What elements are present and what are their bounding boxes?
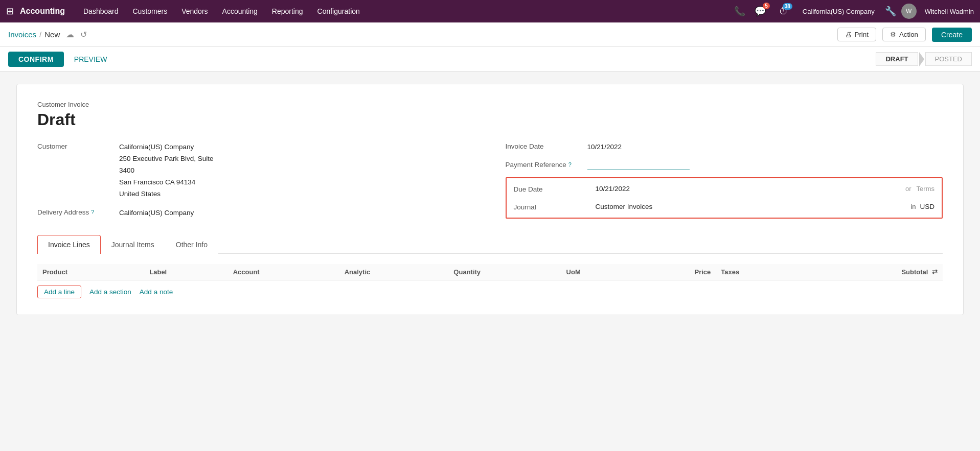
create-button[interactable]: Create (932, 28, 972, 42)
payment-ref-row: Payment Reference ? (506, 160, 943, 170)
journal-value: Customer Invoices (596, 201, 907, 212)
breadcrumb-parent[interactable]: Invoices (8, 30, 36, 39)
delivery-help-icon[interactable]: ? (91, 209, 94, 215)
phone-icon[interactable]: 📞 (734, 6, 745, 17)
add-line-button[interactable]: Add a line (37, 286, 81, 298)
customer-address-3: San Francisco CA 94134 (119, 177, 214, 188)
clock-icon[interactable]: ⏱ 38 (779, 6, 788, 17)
col-account: Account (228, 264, 339, 280)
nav-customers[interactable]: Customers (127, 0, 174, 22)
col-product: Product (37, 264, 144, 280)
print-icon: 🖨 (845, 31, 852, 38)
delivery-label: Delivery Address ? (37, 207, 119, 216)
due-date-journal-box: Due Date 10/21/2022 or Terms Journal Cus… (506, 177, 943, 219)
terms-placeholder[interactable]: Terms (917, 185, 935, 193)
refresh-icon[interactable]: ↺ (80, 30, 87, 39)
customer-row: Customer California(US) Company 250 Exec… (37, 141, 475, 200)
or-text: or (905, 185, 911, 193)
payment-ref-input[interactable] (587, 160, 690, 170)
print-button[interactable]: 🖨 Print (837, 28, 876, 41)
nav-dashboard[interactable]: Dashboard (77, 0, 125, 22)
nav-reporting[interactable]: Reporting (266, 0, 309, 22)
nav-accounting[interactable]: Accounting (216, 0, 264, 22)
table-actions: Add a line Add a section Add a note (37, 286, 943, 298)
user-avatar[interactable]: W (901, 4, 917, 19)
delivery-value: California(US) Company (119, 207, 194, 219)
tabs-bar: Invoice Lines Journal Items Other Info (37, 235, 943, 254)
payment-ref-help-icon[interactable]: ? (568, 161, 572, 168)
user-name: Witchell Wadmin (925, 8, 974, 15)
customer-address-1: 250 Executive Park Blvd, Suite (119, 153, 214, 165)
app-grid-icon[interactable]: ⊞ (6, 6, 14, 17)
due-date-value: 10/21/2022 (596, 183, 901, 195)
breadcrumb-bar: Invoices / New ☁ ↺ 🖨 Print ⚙ Action Crea… (0, 22, 980, 47)
in-text: in (910, 203, 916, 210)
customer-label: Customer (37, 141, 119, 150)
breadcrumb-actions: 🖨 Print ⚙ Action Create (837, 28, 972, 42)
delivery-row: Delivery Address ? California(US) Compan… (37, 207, 475, 219)
journal-label: Journal (514, 202, 596, 211)
main-content: Customer Invoice Draft Customer Californ… (0, 72, 980, 451)
add-section-button[interactable]: Add a section (89, 286, 131, 298)
invoice-card: Customer Invoice Draft Customer Californ… (16, 84, 964, 315)
tab-invoice-lines[interactable]: Invoice Lines (37, 235, 101, 254)
app-name[interactable]: Accounting (20, 7, 65, 16)
due-date-row: Due Date 10/21/2022 or Terms (514, 183, 935, 195)
col-price: Price (635, 264, 716, 280)
top-navigation: ⊞ Accounting Dashboard Customers Vendors… (0, 0, 980, 22)
status-draft: DRAFT (876, 52, 918, 66)
customer-address-2: 3400 (119, 165, 214, 177)
col-analytic: Analytic (339, 264, 449, 280)
clock-badge: 38 (783, 3, 792, 10)
customer-name: California(US) Company (119, 141, 214, 153)
company-name: California(US) Company (803, 8, 875, 15)
confirm-button[interactable]: CONFIRM (8, 52, 64, 67)
action-bar: CONFIRM PREVIEW DRAFT POSTED (0, 47, 980, 72)
due-date-label: Due Date (514, 184, 596, 193)
action-button[interactable]: ⚙ Action (882, 28, 926, 41)
cloud-upload-icon[interactable]: ☁ (66, 30, 74, 39)
nav-configuration[interactable]: Configuration (311, 0, 366, 22)
col-subtotal: Subtotal ⇄ (803, 264, 943, 280)
customer-value: California(US) Company 250 Executive Par… (119, 141, 214, 200)
customer-address-4: United States (119, 188, 214, 200)
col-label: Label (144, 264, 227, 280)
breadcrumb: Invoices / New ☁ ↺ (8, 30, 837, 39)
status-bar: DRAFT POSTED (876, 52, 972, 66)
gear-icon: ⚙ (890, 31, 896, 38)
journal-row: Journal Customer Invoices in USD (514, 201, 935, 212)
invoice-date-value: 10/21/2022 (587, 141, 622, 153)
invoice-status-title: Draft (37, 110, 943, 129)
chat-icon[interactable]: 💬 5 (755, 6, 766, 17)
form-grid: Customer California(US) Company 250 Exec… (37, 141, 943, 219)
breadcrumb-separator: / (39, 30, 41, 39)
add-note-button[interactable]: Add a note (140, 286, 173, 298)
invoice-table: Product Label Account Analytic Quantity … (37, 264, 943, 280)
payment-ref-label: Payment Reference ? (506, 160, 587, 169)
col-uom: UoM (561, 264, 636, 280)
invoice-date-row: Invoice Date 10/21/2022 (506, 141, 943, 153)
col-quantity: Quantity (448, 264, 561, 280)
invoice-date-label: Invoice Date (506, 141, 587, 150)
tab-journal-items[interactable]: Journal Items (101, 235, 165, 254)
nav-vendors[interactable]: Vendors (175, 0, 214, 22)
status-posted: POSTED (925, 52, 972, 66)
col-taxes: Taxes (716, 264, 802, 280)
form-left: Customer California(US) Company 250 Exec… (37, 141, 475, 219)
chat-badge: 5 (763, 3, 770, 9)
invoice-header: Customer Invoice Draft (37, 101, 943, 129)
tab-other-info[interactable]: Other Info (165, 235, 218, 254)
status-arrow-icon (919, 52, 924, 66)
settings-icon[interactable]: 🔧 (885, 6, 896, 17)
form-right: Invoice Date 10/21/2022 Payment Referenc… (506, 141, 943, 219)
invoice-type-label: Customer Invoice (37, 101, 943, 108)
breadcrumb-current: New (44, 30, 60, 39)
currency-value: USD (920, 203, 935, 210)
table-header: Product Label Account Analytic Quantity … (37, 264, 943, 280)
preview-button[interactable]: PREVIEW (68, 52, 113, 67)
